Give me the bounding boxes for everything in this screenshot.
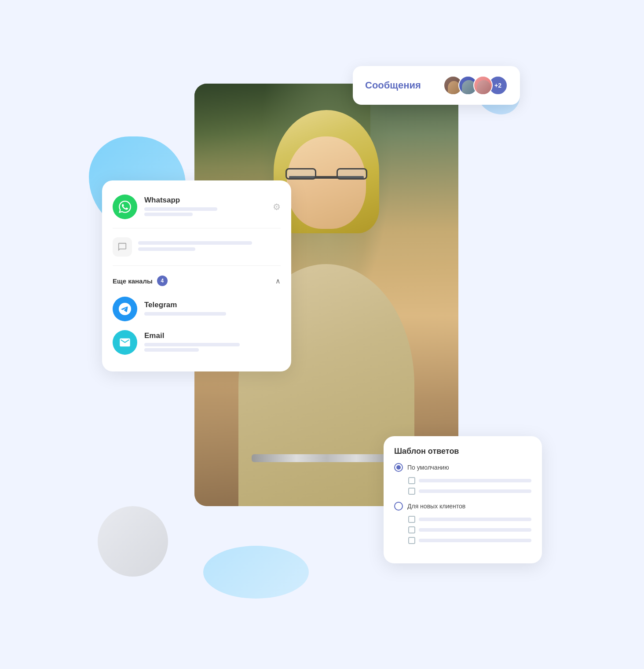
template-title: Шаблон ответов — [394, 447, 531, 456]
checkbox-row-2a — [408, 516, 531, 523]
decorative-blob-bottom-center — [203, 546, 309, 599]
email-line-2 — [144, 348, 199, 352]
whatsapp-svg — [119, 201, 131, 213]
comment-icon — [117, 242, 127, 252]
checkbox-row-2c — [408, 537, 531, 544]
checkbox-2a[interactable] — [408, 516, 415, 523]
decorative-blob-bottom-left — [98, 506, 168, 577]
messages-title: Сообщения — [365, 80, 421, 91]
messages-card: Сообщения +2 — [353, 66, 520, 105]
telegram-name: Telegram — [144, 301, 281, 309]
channels-count-badge: 4 — [157, 276, 168, 286]
telegram-info: Telegram — [144, 301, 281, 317]
checkbox-1b[interactable] — [408, 488, 415, 495]
comment-lines — [138, 241, 281, 253]
more-channels-label: Еще каналы — [113, 277, 153, 285]
radio-label-1: По умолчанию — [407, 464, 449, 471]
checkbox-2b[interactable] — [408, 526, 415, 533]
comment-row — [113, 234, 281, 260]
avatar-3 — [473, 76, 493, 95]
checkbox-line-1b — [419, 489, 531, 493]
email-row: Email — [113, 326, 281, 359]
telegram-svg — [119, 303, 131, 315]
telegram-line-1 — [144, 312, 226, 316]
template-card: Шаблон ответов По умолчанию Для новых кл… — [384, 436, 542, 563]
radio-label-2: Для новых клиентов — [407, 503, 465, 510]
comment-line-2 — [138, 247, 195, 251]
comment-icon-wrap — [113, 237, 132, 257]
checkbox-2c[interactable] — [408, 537, 415, 544]
whatsapp-row: Whatsapp ⚙ — [113, 191, 281, 223]
email-svg — [119, 336, 131, 349]
radio-option-2[interactable]: Для новых клиентов — [394, 502, 531, 511]
checkbox-line-1a — [419, 479, 531, 482]
email-name: Email — [144, 331, 281, 340]
template-lines-1 — [407, 477, 531, 495]
checkbox-1a[interactable] — [408, 477, 415, 484]
radio-option-1[interactable]: По умолчанию — [394, 463, 531, 472]
divider-2 — [113, 265, 281, 266]
radio-circle-2 — [394, 502, 403, 511]
chevron-up-icon[interactable]: ∧ — [275, 277, 281, 285]
whatsapp-info: Whatsapp — [144, 196, 266, 218]
avatars-group: +2 — [443, 76, 508, 95]
whatsapp-line-1 — [144, 207, 217, 211]
channels-card: Whatsapp ⚙ Еще каналы 4 — [102, 180, 291, 371]
checkbox-row-2b — [408, 526, 531, 533]
radio-circle-1 — [394, 463, 403, 472]
divider-1 — [113, 228, 281, 228]
whatsapp-settings-icon[interactable]: ⚙ — [273, 202, 281, 212]
email-line-1 — [144, 343, 240, 346]
telegram-row: Telegram — [113, 292, 281, 326]
whatsapp-name: Whatsapp — [144, 196, 266, 205]
checkbox-line-2b — [419, 528, 531, 532]
checkbox-line-2c — [419, 539, 531, 542]
more-channels-header: Еще каналы 4 ∧ — [113, 271, 281, 292]
telegram-icon — [113, 297, 137, 321]
checkbox-line-2a — [419, 518, 531, 521]
checkbox-row-1b — [408, 488, 531, 495]
template-lines-2 — [407, 516, 531, 544]
whatsapp-line-2 — [144, 213, 193, 216]
more-channels-left: Еще каналы 4 — [113, 276, 168, 286]
whatsapp-icon — [113, 195, 137, 219]
email-icon — [113, 330, 137, 355]
comment-line-1 — [138, 241, 252, 245]
checkbox-row-1a — [408, 477, 531, 484]
email-info: Email — [144, 331, 281, 353]
